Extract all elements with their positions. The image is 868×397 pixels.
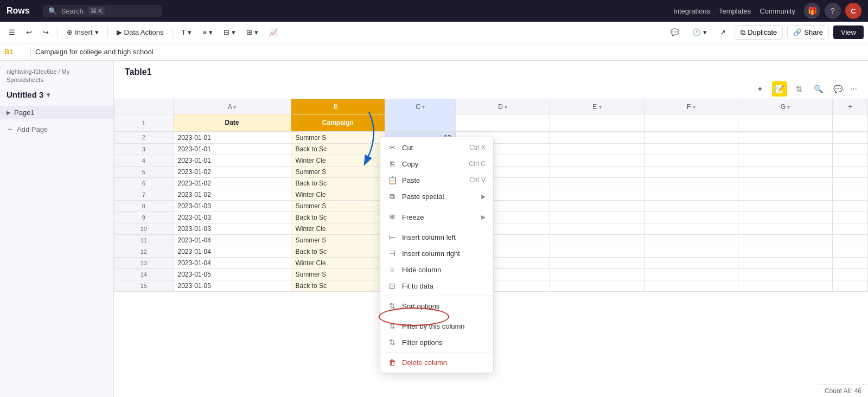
top-nav: Rows 🔍 Search ⌘ K Integrations Templates…: [0, 0, 868, 22]
paste-special-arrow-icon: ▶: [481, 193, 486, 200]
menu-item-freeze[interactable]: ❄ Freeze ▶: [380, 209, 493, 225]
cell-campaign-2[interactable]: Summer S: [291, 132, 385, 144]
menu-item-insert-col-left[interactable]: ⊢ Insert column left: [380, 229, 493, 245]
cell-f-2[interactable]: [644, 132, 738, 144]
search-table-btn[interactable]: 🔍: [811, 81, 826, 97]
menu-item-cut[interactable]: ✂ Cut Ctrl X: [380, 139, 493, 156]
menu-item-fit-to-data[interactable]: ⊡ Fit to data: [380, 278, 493, 294]
more-options-btn[interactable]: ···: [850, 84, 857, 94]
col-header-A[interactable]: A ▾: [173, 99, 291, 114]
comment-icon-btn[interactable]: 💬: [666, 26, 684, 39]
menu-item-copy[interactable]: ⎘ Copy Ctrl C: [380, 156, 493, 172]
share-btn[interactable]: 🔗 Share: [787, 25, 829, 39]
sort-btn[interactable]: ⇅: [792, 81, 807, 97]
cell-ref: B1: [4, 48, 26, 56]
hide-column-icon: ○: [388, 265, 397, 274]
nav-integrations[interactable]: Integrations: [673, 7, 710, 15]
view-btn[interactable]: View: [833, 25, 864, 39]
redo-btn[interactable]: ↪: [39, 26, 53, 39]
chart-btn[interactable]: 📈: [265, 26, 282, 39]
history-btn[interactable]: 🕐 ▾: [688, 26, 711, 39]
sidebar-workspace: nightwing-f1fec6be / My Spreadsheets: [0, 65, 113, 88]
col-header-G[interactable]: G ▾: [738, 99, 833, 114]
cell-g-2[interactable]: [738, 132, 833, 144]
copy-label: Copy: [402, 160, 418, 168]
paste-special-icon: ⧉: [388, 192, 397, 201]
filter-by-column-label: Filter by this column: [402, 322, 465, 330]
row-num-2: 2: [114, 132, 174, 144]
star-filter-btn[interactable]: ✦: [752, 81, 768, 97]
format-btn[interactable]: ⊟ ▾: [219, 26, 240, 39]
history-chevron-icon: ▾: [703, 28, 707, 36]
col-header-rownum: [114, 99, 174, 114]
filter-options-icon: ⇅: [388, 338, 397, 347]
insert-col-left-icon: ⊢: [388, 233, 397, 241]
data-actions-btn[interactable]: ▶ Data Actions: [112, 26, 168, 39]
menu-item-insert-col-right[interactable]: ⊣ Insert column right: [380, 245, 493, 261]
paste-special-label: Paste special: [402, 193, 444, 201]
font-btn[interactable]: T ▾: [177, 26, 196, 39]
insert-chevron-icon: ▾: [95, 28, 99, 36]
col-add-btn[interactable]: +: [832, 99, 867, 114]
add-page-label: Add Page: [17, 125, 48, 133]
align-chevron-icon: ▾: [209, 28, 213, 36]
menu-sep-3: [380, 296, 493, 296]
col-header-F[interactable]: F ▾: [644, 99, 738, 114]
copy-shortcut: Ctrl C: [469, 160, 486, 168]
share-label: Share: [804, 28, 823, 36]
col-header-D[interactable]: D ▾: [456, 99, 550, 114]
cell-e-2[interactable]: [550, 132, 644, 144]
cell-date-2[interactable]: 2023-01-01: [173, 132, 291, 144]
paste-shortcut: Ctrl V: [469, 176, 486, 184]
menu-item-delete-column[interactable]: 🗑 Delete column: [380, 354, 493, 370]
menu-item-filter-by-column[interactable]: ⇅ Filter by this column: [380, 318, 493, 334]
app-logo: Rows: [7, 6, 30, 16]
cut-icon: ✂: [388, 143, 397, 152]
table-title: Table1: [114, 61, 868, 79]
toolbar-sep-2: [107, 27, 108, 38]
insert-col-right-label: Insert column right: [402, 249, 460, 258]
gift-icon[interactable]: 🎁: [804, 3, 820, 19]
menu-item-sort-options[interactable]: ⇅ Sort options: [380, 298, 493, 314]
align-btn[interactable]: ≡ ▾: [198, 26, 217, 39]
header-g: [738, 114, 833, 132]
sidebar-toggle-btn[interactable]: ☰: [4, 26, 20, 39]
insert-btn[interactable]: ⊕ Insert ▾: [62, 26, 103, 39]
toolbar: ☰ ↩ ↪ ⊕ Insert ▾ ▶ Data Actions T ▾ ≡ ▾ …: [0, 22, 868, 43]
nav-templates[interactable]: Templates: [719, 7, 751, 15]
menu-sep-5: [380, 352, 493, 353]
col-header-B[interactable]: B ▴: [291, 99, 385, 114]
help-icon[interactable]: ?: [825, 3, 841, 19]
menu-item-paste-special[interactable]: ⧉ Paste special ▶: [380, 188, 493, 205]
context-menu: ✂ Cut Ctrl X ⎘ Copy Ctrl C 📋 Paste Ctrl …: [380, 137, 494, 373]
header-date: Date: [173, 114, 291, 132]
view-options-btn[interactable]: ⊞ ▾: [242, 26, 263, 39]
menu-item-paste[interactable]: 📋 Paste Ctrl V: [380, 172, 493, 188]
insert-label: Insert: [75, 28, 93, 36]
fit-to-data-icon: ⊡: [388, 281, 397, 290]
undo-btn[interactable]: ↩: [22, 26, 36, 39]
workspace-link[interactable]: nightwing-f1fec6be / My Spreadsheets: [7, 68, 69, 83]
nav-community[interactable]: Community: [760, 7, 795, 15]
add-page-btn[interactable]: ＋ Add Page: [0, 121, 113, 137]
insert-col-left-label: Insert column left: [402, 233, 456, 241]
avatar[interactable]: C: [845, 3, 861, 19]
trend-btn[interactable]: ↗: [716, 26, 730, 39]
menu-item-hide-column[interactable]: ○ Hide column: [380, 261, 493, 278]
comment-table-btn[interactable]: 💬: [831, 81, 846, 97]
note-btn[interactable]: 📝: [772, 81, 787, 97]
freeze-label: Freeze: [402, 213, 424, 221]
col-header-E[interactable]: E ▾: [550, 99, 644, 114]
duplicate-btn[interactable]: ⧉ Duplicate: [735, 25, 783, 40]
format-chevron-icon: ▾: [232, 28, 235, 36]
search-box[interactable]: 🔍 Search ⌘ K: [43, 5, 162, 17]
col-header-C[interactable]: C ▾: [385, 99, 456, 114]
fit-to-data-label: Fit to data: [402, 282, 433, 290]
menu-item-filter-options[interactable]: ⇅ Filter options: [380, 334, 493, 350]
sidebar-item-page1[interactable]: ▶ Page1: [0, 106, 113, 119]
insert-col-right-icon: ⊣: [388, 249, 397, 258]
filter-by-column-icon: ⇅: [388, 322, 397, 330]
header-campaign: Campaign: [291, 114, 385, 132]
duplicate-icon: ⧉: [741, 28, 745, 37]
title-chevron-icon[interactable]: ▾: [47, 91, 50, 99]
